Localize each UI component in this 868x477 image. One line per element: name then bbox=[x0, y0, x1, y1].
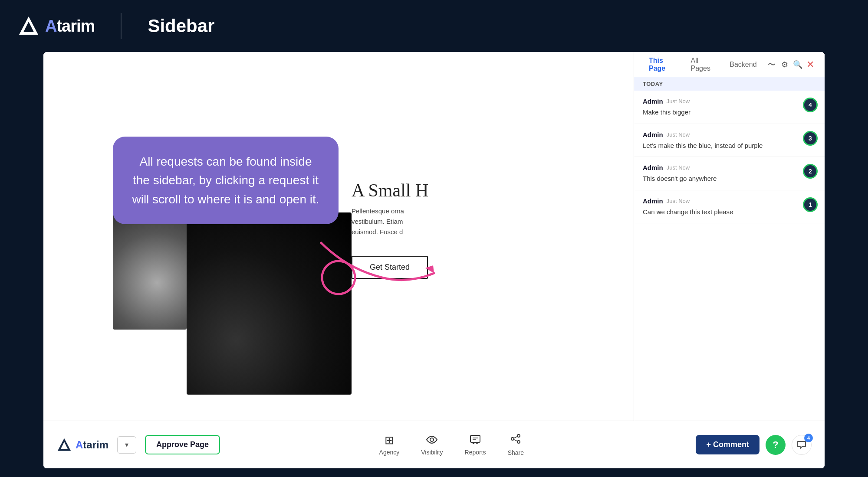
svg-point-12 bbox=[517, 441, 520, 443]
chat-badge: 4 bbox=[804, 434, 813, 442]
comment-header: Admin Just Now bbox=[643, 98, 816, 105]
comment-time: Just Now bbox=[667, 98, 690, 105]
filter-icon[interactable]: ⚙ bbox=[779, 58, 790, 71]
svg-point-11 bbox=[511, 438, 514, 440]
comment-text: This doesn't go anywhere bbox=[643, 174, 816, 184]
comment-author: Admin bbox=[643, 197, 663, 205]
toolbar-dropdown-button[interactable]: ▾ bbox=[117, 436, 136, 454]
logo-area: Atarim bbox=[17, 15, 95, 37]
tab-this-page[interactable]: This Page bbox=[643, 53, 683, 76]
toolbar-nav-reports[interactable]: Reports bbox=[465, 434, 486, 456]
comment-text: Can we change this text please bbox=[643, 207, 816, 217]
svg-line-14 bbox=[514, 440, 517, 441]
add-comment-button[interactable]: + Comment bbox=[696, 435, 760, 454]
section-label-today: TODAY bbox=[634, 77, 825, 91]
svg-point-3 bbox=[322, 261, 355, 294]
toolbar-nav-share[interactable]: Share bbox=[508, 433, 524, 456]
comment-author: Admin bbox=[643, 98, 663, 105]
svg-marker-2 bbox=[425, 265, 434, 273]
comment-badge: 1 bbox=[803, 197, 818, 212]
analytics-icon[interactable]: 〜 bbox=[766, 58, 778, 71]
comment-time: Just Now bbox=[667, 131, 690, 138]
arrow-svg bbox=[295, 234, 451, 312]
header-title: Sidebar bbox=[148, 16, 214, 36]
share-label: Share bbox=[508, 449, 524, 456]
agency-label: Agency bbox=[379, 449, 400, 456]
svg-line-13 bbox=[514, 437, 517, 438]
header-logo-text: Atarim bbox=[45, 17, 95, 36]
preview-paragraph: Pellentesque ornavestibulum. Etiameuismo… bbox=[352, 206, 404, 237]
chat-button[interactable]: 4 bbox=[792, 435, 812, 455]
sidebar-panel: This Page All Pages Backend 〜 ⚙ 🔍 ✕ TODA… bbox=[634, 52, 825, 421]
approve-page-button[interactable]: Approve Page bbox=[145, 435, 220, 454]
preview-image-left bbox=[113, 212, 187, 330]
comment-author: Admin bbox=[643, 164, 663, 171]
preview-heading: A Small H bbox=[352, 180, 428, 201]
comment-author: Admin bbox=[643, 131, 663, 138]
comment-time: Just Now bbox=[667, 164, 690, 171]
comment-badge: 2 bbox=[803, 164, 818, 179]
toolbar-nav: ⊞ Agency Visibility bbox=[379, 433, 524, 456]
tooltip-bubble: All requests can be found inside the sid… bbox=[113, 137, 339, 224]
sidebar-comments-list: Admin Just Now Make this bigger 4 Admin … bbox=[634, 91, 825, 421]
top-header: Atarim Sidebar bbox=[0, 0, 868, 52]
atarim-logo-icon bbox=[17, 15, 40, 37]
agency-icon: ⊞ bbox=[385, 434, 394, 447]
toolbar-actions: + Comment ? 4 bbox=[696, 435, 812, 455]
svg-rect-7 bbox=[470, 435, 480, 442]
comment-item[interactable]: Admin Just Now This doesn't go anywhere … bbox=[634, 157, 825, 190]
comment-header: Admin Just Now bbox=[643, 164, 816, 171]
tab-backend[interactable]: Backend bbox=[723, 57, 763, 72]
close-icon[interactable]: ✕ bbox=[805, 58, 816, 71]
search-icon[interactable]: 🔍 bbox=[792, 58, 803, 71]
comment-item[interactable]: Admin Just Now Make this bigger 4 bbox=[634, 91, 825, 124]
tab-all-pages[interactable]: All Pages bbox=[685, 53, 722, 76]
chevron-down-icon: ▾ bbox=[125, 441, 128, 449]
toolbar-logo: Atarim bbox=[56, 437, 108, 453]
comment-header: Admin Just Now bbox=[643, 131, 816, 138]
reports-icon bbox=[470, 434, 481, 447]
comment-text: Make this bigger bbox=[643, 108, 816, 118]
toolbar-nav-visibility[interactable]: Visibility bbox=[421, 434, 443, 456]
comment-badge: 4 bbox=[803, 98, 818, 112]
help-button[interactable]: ? bbox=[766, 435, 786, 455]
comment-item[interactable]: Admin Just Now Can we change this text p… bbox=[634, 190, 825, 224]
comment-badge: 3 bbox=[803, 131, 818, 146]
toolbar-logo-text: Atarim bbox=[76, 439, 108, 451]
header-divider bbox=[121, 13, 122, 39]
share-icon bbox=[510, 433, 521, 448]
comment-header: Admin Just Now bbox=[643, 197, 816, 205]
svg-point-10 bbox=[517, 435, 520, 437]
comment-time: Just Now bbox=[667, 198, 690, 204]
toolbar-logo-icon bbox=[56, 437, 72, 453]
svg-point-6 bbox=[430, 438, 434, 441]
main-area: A Small H Pellentesque ornavestibulum. E… bbox=[43, 52, 825, 468]
sidebar-tabs: This Page All Pages Backend 〜 ⚙ 🔍 ✕ bbox=[634, 52, 825, 77]
visibility-label: Visibility bbox=[421, 449, 443, 456]
comment-item[interactable]: Admin Just Now Let's make this the blue,… bbox=[634, 124, 825, 157]
visibility-icon bbox=[426, 434, 438, 447]
bottom-toolbar: Atarim ▾ Approve Page ⊞ Agency bbox=[43, 421, 825, 468]
comment-text: Let's make this the blue, instead of pur… bbox=[643, 141, 816, 151]
reports-label: Reports bbox=[465, 449, 486, 456]
toolbar-nav-agency[interactable]: ⊞ Agency bbox=[379, 434, 400, 456]
